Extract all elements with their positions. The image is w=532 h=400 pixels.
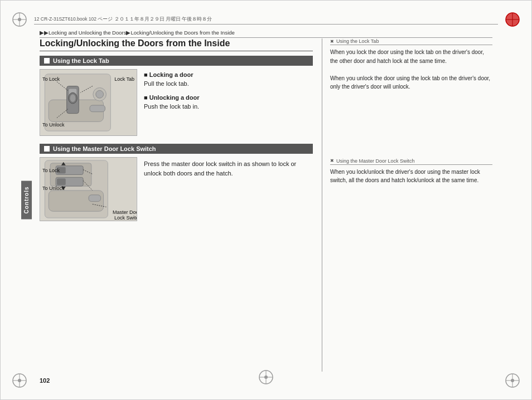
right-column: Using the Lock Tab When you lock the doo… [322, 38, 492, 372]
master-lock-diagram: To Lock To Unlock Master Door Lock Switc… [40, 157, 137, 221]
to-unlock-label: To Unlock [42, 122, 65, 128]
unlocking-heading: Unlocking a door [144, 94, 313, 101]
right-section2-body: When you lock/unlock the driver's door u… [330, 168, 492, 185]
master-lock-body: Press the master door lock switch in as … [144, 159, 313, 178]
section2-header: Using the Master Door Lock Switch [40, 144, 313, 154]
to-lock-label: To Lock [42, 76, 60, 82]
section2-icon [44, 146, 50, 152]
file-info-text: 12 CR-Z-31SZT610.book 102 ページ ２０１１年８月２９日… [34, 16, 212, 23]
lock-tab-diagram: To Lock Lock Tab To Unlock [40, 69, 137, 136]
breadcrumb: ▶▶Locking and Unlocking the Doors▶Lockin… [40, 30, 492, 38]
right-section2: Using the Master Door Lock Switch When y… [330, 158, 492, 185]
page-number: 102 [40, 377, 50, 384]
svg-rect-35 [57, 178, 66, 185]
lock-switch-label: Lock Switch [114, 215, 137, 221]
bottom-center-crosshair [258, 369, 274, 386]
main-content: Locking/Unlocking the Doors from the Ins… [40, 38, 492, 372]
master-door-label: Master Door [113, 209, 137, 215]
section1-icon [44, 58, 50, 64]
corner-br-decoration [504, 372, 521, 389]
svg-point-27 [96, 90, 104, 98]
corner-tl-decoration [11, 11, 28, 28]
section2-title: Using the Master Door Lock Switch [53, 145, 156, 152]
section2-content: To Lock To Unlock Master Door Lock Switc… [40, 157, 313, 221]
svg-point-45 [264, 375, 268, 379]
right-section2-title: Using the Master Door Lock Switch [330, 158, 492, 165]
svg-point-10 [18, 379, 21, 382]
locking-heading: Locking a door [144, 71, 313, 78]
section1-title: Using the Lock Tab [53, 57, 109, 64]
lock-tab-label: Lock Tab [114, 76, 134, 82]
section2-instructions: Press the master door lock switch in as … [144, 157, 313, 221]
master-to-unlock-label: To Unlock [42, 186, 65, 191]
sidebar-label: Controls [21, 181, 32, 219]
corner-bl-decoration [11, 372, 28, 389]
section1-content: To Lock Lock Tab To Unlock Locking a doo… [40, 69, 313, 136]
unlocking-body: Push the lock tab in. [144, 102, 313, 111]
section1-header: Using the Lock Tab [40, 56, 313, 66]
right-section1-title: Using the Lock Tab [330, 38, 492, 45]
svg-point-14 [511, 379, 514, 382]
svg-rect-25 [90, 105, 105, 112]
file-info: 12 CR-Z-31SZT610.book 102 ページ ２０１１年８月２９日… [34, 16, 498, 25]
page-title: Locking/Unlocking the Doors from the Ins… [40, 38, 313, 51]
svg-point-21 [70, 94, 76, 102]
svg-point-3 [18, 18, 21, 21]
locking-body: Pull the lock tab. [144, 79, 313, 89]
master-to-lock-label: To Lock [42, 168, 60, 173]
svg-rect-38 [89, 195, 101, 202]
left-column: Locking/Unlocking the Doors from the Ins… [40, 38, 313, 372]
page: 12 CR-Z-31SZT610.book 102 ページ ２０１１年８月２９日… [0, 0, 532, 400]
right-section1-body: When you lock the door using the lock ta… [330, 48, 492, 91]
section1-instructions: Locking a door Pull the lock tab. Unlock… [144, 69, 313, 136]
corner-tr-decoration [504, 11, 521, 28]
right-section1: Using the Lock Tab When you lock the doo… [330, 38, 492, 91]
